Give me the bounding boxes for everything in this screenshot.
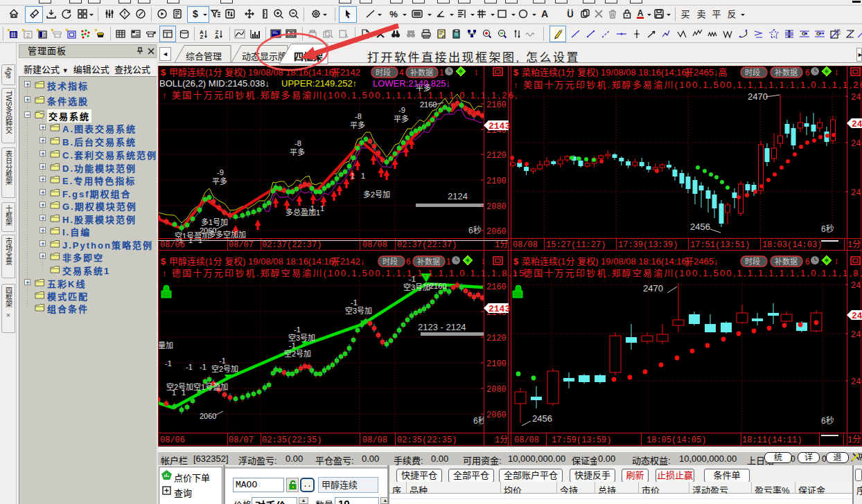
svg-text:平多: 平多 [212,177,227,186]
svg-text:2060: 2060 [486,411,507,420]
svg-text:2080: 2080 [486,202,507,212]
svg-text:-1: -1 [219,357,226,365]
svg-text:BOLL(26,2) MID:2145.038↓: BOLL(26,2) MID:2145.038↓ [159,78,270,89]
svg-text:6: 6 [406,257,411,267]
svg-text:1: 1 [361,172,365,180]
svg-text:2456: 2456 [532,413,552,424]
svg-text:-1: -1 [294,325,301,334]
svg-text:Z: Z [26,32,30,39]
svg-text:美国十万元印钞机.郑醇多易渝川(100,1,500,1,1,: 美国十万元印钞机.郑醇多易渝川(100,1,500,1,1,1,1,1,1,1,… [172,90,519,100]
svg-text:2060: 2060 [200,412,216,420]
svg-text:247: 247 [851,93,862,102]
svg-text:2143: 2143 [489,304,510,314]
svg-text:↕: ↕ [481,255,486,266]
svg-text:买: 买 [680,9,689,19]
svg-text:多2号加: 多2号加 [363,190,390,199]
svg-text:Z: Z [200,34,204,39]
svg-text:08/08: 08/08 [362,435,387,445]
svg-text:美国十万元印钞机.郑醇多易渝川(100,1,500,1,1,: 美国十万元印钞机.郑醇多易渝川(100,1,500,1,1,1,1,1,1,1,… [523,80,862,90]
svg-text:$: $ [161,67,166,78]
svg-text:空3号加: 空3号加 [403,282,430,291]
svg-text:↑: ↑ [513,80,518,90]
svg-text:-1: -1 [165,359,172,368]
svg-text:补数据: 补数据 [775,68,798,77]
svg-text:246: 246 [852,119,862,129]
svg-text:2060: 2060 [486,227,507,237]
svg-text:08/08: 08/08 [514,435,539,445]
svg-text:1分: 1分 [847,435,861,445]
svg-text:08/08: 08/08 [362,240,387,250]
svg-text:-1: -1 [351,298,358,307]
svg-text:17:51(13:51): 17:51(13:51) [690,240,750,250]
svg-text:2470: 2470 [748,91,768,102]
svg-text:1: 1 [172,388,176,397]
svg-text:LOWER:2140.825↓: LOWER:2140.825↓ [373,78,450,89]
svg-text:德国十万元印钞机.郑醇空易渝川(100,1,500,1,1,: 德国十万元印钞机.郑醇空易渝川(100,1,500,1,1,1,1,1,1,1,… [172,268,529,278]
svg-text:2100: 2100 [486,177,507,186]
svg-text:1: 1 [320,204,324,213]
svg-text:↕: ↕ [834,255,839,266]
svg-text:空2号加: 空2号加 [211,364,238,373]
svg-text:-9: -9 [398,106,405,114]
svg-text:卖: 卖 [696,9,705,19]
svg-text:246: 246 [851,377,862,387]
svg-text:-1: -1 [289,341,296,350]
svg-text:2160: 2160 [430,282,446,290]
svg-text:6秒: 6秒 [468,226,482,235]
svg-text:$: $ [513,256,519,267]
svg-text:多1号加: 多1号加 [201,217,228,226]
svg-text:平多: 平多 [394,114,409,123]
svg-text:-9: -9 [217,168,224,177]
svg-text:02:37(22:37): 02:37(22:37) [262,240,322,250]
svg-text:02:35(22:35): 02:35(22:35) [397,435,457,445]
svg-text:2160: 2160 [486,282,507,292]
svg-text:2080: 2080 [486,385,507,395]
svg-text:空3号加: 空3号加 [345,306,372,315]
svg-text:补数据: 补数据 [775,257,798,266]
svg-text:A: A [541,8,548,19]
svg-text:1: 1 [182,388,186,397]
svg-text:-1: -1 [186,363,193,371]
svg-text:08/08: 08/08 [513,240,538,250]
svg-text:6秒: 6秒 [821,416,834,426]
svg-text:1: 1 [351,172,355,180]
svg-text:开2142↓: 开2142↓ [331,256,364,267]
svg-text:18:05(14:05): 18:05(14:05) [646,435,706,445]
svg-text:6秒: 6秒 [821,224,834,234]
svg-text:多多空加加: 多多空加加 [208,230,246,239]
svg-text:1: 1 [446,257,451,267]
svg-text:-8: -8 [294,139,301,147]
svg-text:08/07: 08/07 [229,435,254,445]
svg-text:补数据: 补数据 [417,257,440,266]
svg-text:1分: 1分 [495,435,508,445]
svg-text:2120: 2120 [486,334,507,343]
svg-text:246: 246 [851,330,862,340]
svg-text:A: A [637,8,644,18]
svg-text:$: $ [513,67,519,78]
svg-text:↑: ↑ [513,268,518,278]
svg-text:18:03(14:03): 18:03(14:03) [762,240,822,250]
svg-text:开2465↓: 开2465↓ [685,256,718,267]
svg-text:1: 1 [310,204,315,213]
svg-text:18:11(14:11): 18:11(14:11) [742,435,802,445]
svg-text:17:39(13:39): 17:39(13:39) [618,240,678,250]
svg-text:↕: ↕ [834,66,839,77]
svg-text:17:59(13:59): 17:59(13:59) [552,435,611,445]
svg-text:量加: 量加 [158,341,173,350]
svg-text:246: 246 [851,139,862,149]
svg-text:1: 1 [439,68,444,78]
svg-text:↑: ↑ [162,268,167,278]
svg-text:↕: ↕ [474,66,479,77]
svg-text:6: 6 [805,68,810,78]
svg-text:246: 246 [851,188,862,198]
svg-text:02:35(22:35): 02:35(22:35) [262,435,322,445]
svg-text:甲醇连续(1分 复权) 19/08/08 18:16(14:: 甲醇连续(1分 复权) 19/08/08 18:16(14:16) [169,256,337,267]
svg-text:U: U [567,9,573,19]
svg-text:246: 246 [852,311,862,321]
svg-text:08/06: 08/06 [160,435,185,445]
svg-text:-1: -1 [200,363,206,371]
svg-text:时段: 时段 [745,68,760,77]
svg-text:08/07: 08/07 [229,240,254,250]
svg-text:空2号加: 空2号加 [284,349,311,358]
svg-text:多总盈加1: 多总盈加1 [285,208,320,217]
